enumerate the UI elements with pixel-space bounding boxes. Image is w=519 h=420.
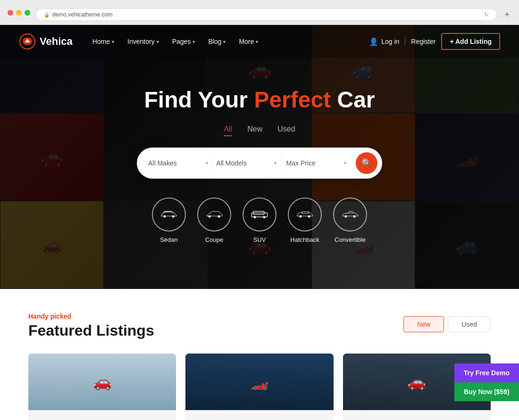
- search-button[interactable]: 🔍: [356, 152, 377, 174]
- chevron-down-icon: ▾: [223, 39, 226, 44]
- navbar: Vehica Home ▾ Inventory ▾ Pages ▾ Blog ▾: [0, 25, 519, 58]
- featured-subtitle: Handy picked: [28, 313, 154, 320]
- car-card-1[interactable]: 🚗: [28, 354, 176, 420]
- svg-point-9: [299, 215, 301, 217]
- svg-point-4: [218, 215, 220, 217]
- car-type-suv[interactable]: SUV: [243, 198, 276, 243]
- tab-new-listings[interactable]: New: [403, 316, 444, 332]
- user-icon: 👤: [369, 37, 378, 46]
- convertible-icon-circle: [333, 198, 367, 231]
- car-type-coupe[interactable]: Coupe: [197, 198, 231, 243]
- chevron-down-icon: ▾: [206, 160, 208, 165]
- browser-chrome: 🔒 demo.vehicatheme.com ↻ +: [0, 0, 519, 25]
- featured-section: Handy picked Featured Listings New Used …: [0, 289, 519, 420]
- sedan-icon-circle: [152, 198, 186, 231]
- register-button[interactable]: Register: [411, 38, 435, 45]
- lock-icon: 🔒: [44, 12, 50, 17]
- nav-item-more[interactable]: More ▾: [233, 34, 264, 49]
- models-select-wrapper: All Models ▾: [214, 156, 280, 171]
- car-types: Sedan Coupe: [152, 198, 367, 243]
- hero-title: Find Your Perfect Car: [144, 86, 375, 114]
- makes-select[interactable]: All Makes: [146, 156, 204, 171]
- maximize-button[interactable]: [25, 10, 30, 16]
- try-demo-button[interactable]: Try Free Demo: [454, 363, 519, 382]
- nav-right: 👤 Log in Register + Add Listing: [369, 33, 500, 50]
- chevron-down-icon: ▾: [193, 39, 195, 44]
- close-button[interactable]: [8, 10, 13, 16]
- hero-tabs: All New Used: [224, 125, 295, 136]
- chevron-down-icon: ▾: [256, 39, 258, 44]
- car-card-2[interactable]: 🏎️: [185, 354, 333, 420]
- chevron-down-icon: ▾: [344, 160, 346, 165]
- car-cards: 🚗 🏎️ 🚗: [28, 354, 491, 420]
- chevron-down-icon: ▾: [112, 39, 114, 44]
- featured-tabs: New Used: [403, 316, 491, 332]
- search-bar: All Makes ▾ All Models ▾ Max Price ▾: [137, 148, 382, 179]
- add-listing-button[interactable]: + Add Listing: [441, 33, 500, 50]
- site-logo[interactable]: Vehica: [19, 33, 73, 50]
- car-type-sedan[interactable]: Sedan: [152, 198, 186, 243]
- price-select-wrapper: Max Price ▾: [285, 156, 350, 171]
- hatchback-icon-circle: [288, 198, 322, 231]
- site-wrapper: 🚗 🚙 🚗 🏎️ 🚗 🚗 🏎️: [0, 25, 519, 420]
- hero-content: Find Your Perfect Car All New Used All M…: [0, 58, 519, 262]
- url-text: demo.vehicatheme.com: [52, 11, 112, 18]
- browser-dots: [8, 10, 30, 16]
- featured-title-group: Handy picked Featured Listings: [28, 313, 154, 339]
- nav-item-blog[interactable]: Blog ▾: [202, 34, 231, 49]
- new-tab-button[interactable]: +: [502, 10, 511, 20]
- nav-item-home[interactable]: Home ▾: [87, 34, 120, 49]
- car-type-hatchback[interactable]: Hatchback: [288, 198, 322, 243]
- svg-point-3: [209, 215, 211, 217]
- float-buttons: Try Free Demo Buy Now ($59): [454, 363, 519, 401]
- nav-links: Home ▾ Inventory ▾ Pages ▾ Blog ▾ More: [87, 34, 369, 49]
- tab-all[interactable]: All: [224, 125, 232, 136]
- buy-now-button[interactable]: Buy Now ($59): [454, 382, 519, 401]
- nav-divider: [405, 37, 405, 46]
- refresh-icon[interactable]: ↻: [484, 11, 489, 18]
- car-card-image-1: 🚗: [28, 354, 176, 410]
- svg-point-12: [353, 215, 356, 217]
- makes-select-wrapper: All Makes ▾: [146, 156, 212, 171]
- url-bar[interactable]: 🔒 demo.vehicatheme.com ↻: [36, 8, 497, 21]
- tab-used-listings[interactable]: Used: [448, 316, 491, 332]
- svg-rect-5: [251, 213, 267, 216]
- suv-icon-circle: [243, 198, 276, 231]
- price-select[interactable]: Max Price: [285, 156, 342, 171]
- car-type-convertible[interactable]: Convertible: [333, 198, 367, 243]
- svg-point-7: [254, 216, 256, 218]
- svg-point-8: [263, 216, 266, 218]
- featured-header: Handy picked Featured Listings New Used: [28, 313, 491, 339]
- svg-point-10: [308, 215, 310, 217]
- nav-item-inventory[interactable]: Inventory ▾: [122, 34, 165, 49]
- svg-point-2: [172, 215, 175, 217]
- tab-used[interactable]: Used: [277, 125, 295, 136]
- hero-section: 🚗 🚙 🚗 🏎️ 🚗 🚗 🏎️: [0, 25, 519, 289]
- featured-title: Featured Listings: [28, 322, 154, 339]
- search-icon: 🔍: [361, 158, 372, 168]
- chevron-down-icon: ▾: [274, 160, 276, 165]
- nav-item-pages[interactable]: Pages ▾: [167, 34, 201, 49]
- login-button[interactable]: 👤 Log in: [369, 37, 399, 46]
- svg-point-1: [163, 215, 166, 217]
- coupe-icon-circle: [197, 198, 231, 231]
- tab-new[interactable]: New: [247, 125, 262, 136]
- car-card-image-2: 🏎️: [185, 354, 333, 410]
- minimize-button[interactable]: [16, 10, 22, 16]
- logo-text: Vehica: [40, 35, 73, 48]
- models-select[interactable]: All Models: [214, 156, 272, 171]
- svg-point-11: [344, 215, 347, 217]
- logo-icon: [19, 33, 36, 50]
- chevron-down-icon: ▾: [157, 39, 159, 44]
